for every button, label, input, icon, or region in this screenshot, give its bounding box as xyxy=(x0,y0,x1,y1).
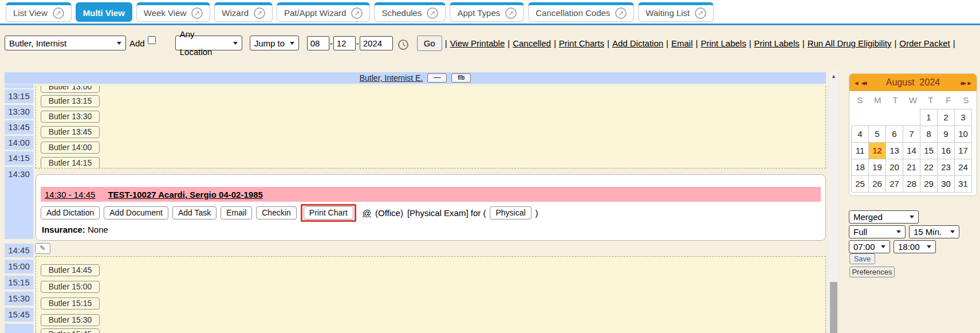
calendar-next-year-icon[interactable]: ▸▸ xyxy=(961,79,965,87)
calendar-day[interactable]: 3 xyxy=(954,109,972,126)
slot-button[interactable]: Butler 15:30 xyxy=(41,314,100,326)
jump-to-select[interactable]: Jump to xyxy=(250,36,299,50)
calendar-day[interactable]: 23 xyxy=(937,159,955,176)
calendar-day[interactable]: 16 xyxy=(937,142,955,159)
tab-waiting-list[interactable]: Waiting List ↗ xyxy=(638,2,714,22)
location-at-link[interactable]: @ xyxy=(363,208,371,218)
tab-schedules[interactable]: Schedules ↗ xyxy=(374,2,446,22)
tab-cancellation-codes[interactable]: Cancellation Codes ↗ xyxy=(528,2,634,22)
calendar-day[interactable]: 1 xyxy=(920,109,938,126)
open-new-window-icon[interactable]: ↗ xyxy=(351,7,363,19)
location-select[interactable]: Any Location xyxy=(175,36,242,50)
calendar-day[interactable]: 26 xyxy=(868,175,886,193)
calendar-prev-year-icon[interactable]: ◂◂ xyxy=(861,79,865,87)
calendar-next-month-icon[interactable]: ▸ xyxy=(967,79,971,87)
tab-week-view[interactable]: Week View ↗ xyxy=(136,2,210,22)
calendar-day[interactable]: 2 xyxy=(937,109,955,126)
calendar-day[interactable]: 4 xyxy=(851,126,869,143)
scrollbar-thumb[interactable] xyxy=(830,282,837,333)
calendar-day[interactable]: 5 xyxy=(868,126,886,143)
tab-multi-view[interactable]: Multi View xyxy=(76,2,132,22)
calendar-prev-month-icon[interactable]: ◂ xyxy=(855,79,859,87)
email-button[interactable]: Email xyxy=(221,206,252,220)
print-chart-button[interactable]: Print Chart xyxy=(304,206,353,220)
slot-button[interactable]: Butler 14:15 xyxy=(41,157,100,169)
calendar-day[interactable]: 13 xyxy=(885,142,903,159)
calendar-day[interactable]: 6 xyxy=(885,126,903,143)
add-checkbox[interactable] xyxy=(148,36,156,44)
slot-button[interactable]: Butler 13:15 xyxy=(41,95,100,107)
tab-pat-appt-wizard[interactable]: Pat/Appt Wizard ↗ xyxy=(277,2,370,22)
calendar-day[interactable]: 10 xyxy=(954,126,972,143)
appointment-type-button[interactable]: Physical xyxy=(490,206,531,220)
link-email[interactable]: Email xyxy=(671,38,693,48)
calendar-day[interactable]: 31 xyxy=(954,175,972,193)
slot-button[interactable]: Butler 13:45 xyxy=(41,126,100,138)
link-order-packet[interactable]: Order Packet xyxy=(899,38,950,48)
provider-select[interactable]: Butler, Internist xyxy=(5,36,126,50)
open-new-window-icon[interactable]: ↗ xyxy=(695,7,706,19)
add-document-button[interactable]: Add Document xyxy=(104,206,168,220)
calendar-day[interactable]: 27 xyxy=(885,175,903,193)
clock-icon[interactable] xyxy=(397,39,409,50)
checkin-button[interactable]: Checkin xyxy=(256,206,297,220)
calendar-day[interactable]: 19 xyxy=(868,159,886,176)
calendar-day[interactable]: 20 xyxy=(885,159,903,176)
slot-button[interactable]: Butler 15:45 xyxy=(41,328,100,333)
start-time-select[interactable]: 07:00 xyxy=(849,240,890,253)
slot-button[interactable]: Butler 15:15 xyxy=(41,297,100,310)
tab-list-view[interactable]: List View ↗ xyxy=(6,2,72,22)
calendar-day[interactable]: 9 xyxy=(937,126,955,143)
appointment-time-link[interactable]: 14:30 - 14:45 xyxy=(45,190,95,199)
edit-slot-button[interactable]: ✎ xyxy=(35,243,50,254)
slot-button[interactable]: Butler 14:45 xyxy=(41,264,100,276)
link-print-labels[interactable]: Print Labels xyxy=(700,38,746,48)
calendar-day[interactable]: 8 xyxy=(920,126,938,143)
add-task-button[interactable]: Add Task xyxy=(172,206,217,220)
link-cancelled[interactable]: Cancelled xyxy=(513,38,551,48)
calendar-day-selected[interactable]: 12 xyxy=(868,142,886,159)
tab-wizard[interactable]: Wizard ↗ xyxy=(214,2,273,22)
link-run-all-drug-eligibility[interactable]: Run All Drug Eligibility xyxy=(808,38,892,48)
add-dictation-button[interactable]: Add Dictation xyxy=(41,206,100,220)
link-print-labels-2[interactable]: Print Labels xyxy=(754,38,800,48)
provider-link[interactable]: Butler, Internist E. xyxy=(360,73,423,83)
open-new-window-icon[interactable]: ↗ xyxy=(615,7,627,19)
day-span-select[interactable]: Full xyxy=(849,225,906,238)
schedule-scrollbar[interactable]: ▲ xyxy=(829,70,839,333)
open-new-window-icon[interactable]: ↗ xyxy=(53,7,64,19)
go-button[interactable]: Go xyxy=(417,36,442,51)
calendar-day[interactable]: 17 xyxy=(954,142,972,159)
slot-button[interactable]: Butler 13:30 xyxy=(41,111,100,123)
view-mode-select[interactable]: Merged xyxy=(849,210,919,224)
link-print-charts[interactable]: Print Charts xyxy=(559,38,604,48)
date-day-input[interactable] xyxy=(333,36,356,50)
calendar-day[interactable]: 28 xyxy=(903,175,920,193)
open-new-window-icon[interactable]: ↗ xyxy=(191,7,203,19)
link-add-dictation[interactable]: Add Dictation xyxy=(612,38,663,48)
calendar-day[interactable]: 14 xyxy=(903,142,920,159)
minimize-column-button[interactable]: — xyxy=(427,73,447,83)
open-new-window-icon[interactable]: ↗ xyxy=(505,7,517,19)
interval-select[interactable]: 15 Min. xyxy=(909,225,959,238)
calendar-day[interactable]: 22 xyxy=(920,159,938,176)
end-time-select[interactable]: 18:00 xyxy=(894,240,936,253)
calendar-day[interactable]: 11 xyxy=(851,142,869,159)
calendar-day[interactable]: 25 xyxy=(851,175,869,193)
open-new-window-icon[interactable]: ↗ xyxy=(254,7,265,19)
patient-link[interactable]: TEST-10027 Acardi, Sergio 04-02-1985 xyxy=(108,190,262,199)
calendar-day[interactable]: 15 xyxy=(920,142,938,159)
calendar-day[interactable]: 29 xyxy=(920,175,938,193)
slot-button[interactable]: Butler 15:00 xyxy=(41,281,100,293)
calendar-day[interactable]: 21 xyxy=(903,159,920,176)
open-new-window-icon[interactable]: ↗ xyxy=(427,7,438,19)
link-view-printable[interactable]: View Printable xyxy=(450,38,505,48)
date-month-input[interactable] xyxy=(307,36,329,50)
calendar-day[interactable]: 30 xyxy=(937,175,955,193)
preferences-button[interactable]: Preferences xyxy=(849,267,895,277)
tab-appt-types[interactable]: Appt Types ↗ xyxy=(450,2,524,22)
fb-button[interactable]: f/b xyxy=(451,73,471,83)
calendar-day[interactable]: 24 xyxy=(954,159,972,176)
slot-button[interactable]: Butler 14:00 xyxy=(41,142,100,154)
date-year-input[interactable] xyxy=(360,36,393,50)
